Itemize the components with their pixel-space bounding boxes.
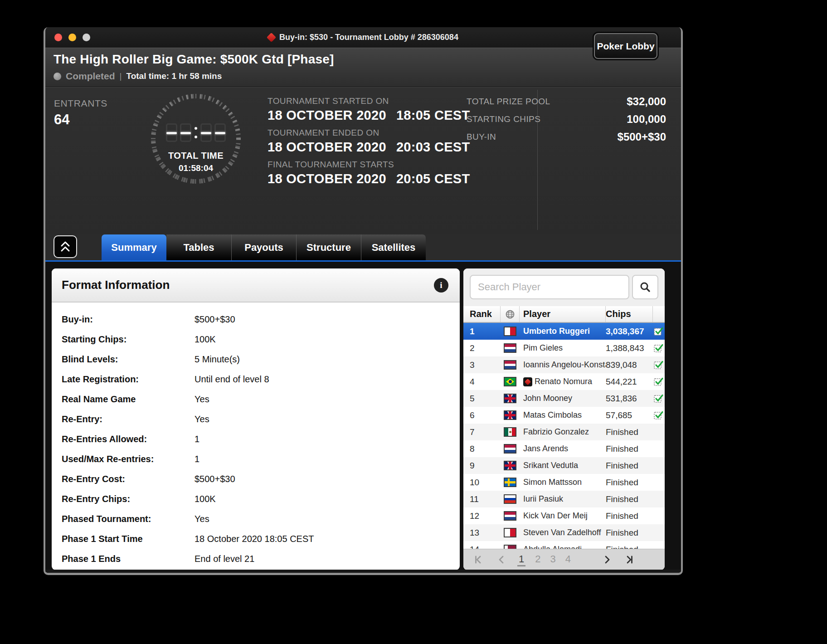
format-info-label: Real Name Game [52,394,195,405]
player-chips: Finished [606,491,653,507]
registered-check-icon [653,407,665,424]
next-page-button[interactable] [601,552,613,567]
stat-value: $500+$30 [618,131,666,143]
poker-lobby-button[interactable]: Poker Lobby [594,33,657,59]
window-controls [54,34,90,41]
window-title: Buy-in: $530 - Tournament Lobby # 286306… [268,33,458,42]
double-chevron-up-icon [59,240,71,253]
format-info-value: Until end of level 8 [195,374,269,385]
tab[interactable]: Tables [166,234,231,260]
player-row[interactable]: 4 Renato Nomura 544,221 [463,373,665,390]
player-row[interactable]: 14 Abdulla Alemadi Finished [463,541,665,549]
player-country [501,491,520,507]
player-rank: 8 [463,440,501,457]
player-row[interactable]: 2 Pim Gieles 1,388,843 [463,340,665,356]
player-row[interactable]: 12 Kick Van Der Meij Finished [463,507,665,524]
player-row[interactable]: 6 Matas Cimbolas 57,685 [463,407,665,424]
country-flag-icon [505,344,516,352]
player-rank: 5 [463,390,501,407]
country-column-header[interactable] [501,306,520,322]
registered-check-icon [653,457,665,474]
tab[interactable]: Structure [296,234,361,260]
player-name-cell: Jans Arends [520,440,606,457]
tournament-title: The High Roller Big Game: $500K Gtd [Pha… [54,52,681,67]
registered-check-icon [653,507,665,524]
player-row[interactable]: 7 Fabrizio Gonzalez Finished [463,424,665,440]
schedule-item: TOURNAMENT ENDED ON 18 OCTOBER 202020:03… [268,128,470,155]
page-number[interactable]: 3 [550,553,556,566]
total-time-text: Total time: 1 hr 58 mins [126,71,222,81]
format-info-row: Blind Levels: 5 Minute(s) [52,349,460,369]
page-numbers: 1 2 3 4 [508,553,571,566]
player-row[interactable]: 3 Ioannis Angelou-Konstas 839,048 [463,356,665,373]
player-row[interactable]: 13 Steven Van Zadelhoff Finished [463,524,665,541]
player-name-cell: Umberto Ruggeri [520,323,606,340]
format-info-row: Re-Entry Cost: $500+$30 [52,469,460,489]
minimize-window-button[interactable] [68,34,76,41]
player-row[interactable]: 1 Umberto Ruggeri 3,038,367 [463,323,665,340]
player-row[interactable]: 5 John Mooney 531,836 [463,390,665,407]
schedule-datetime: 18 OCTOBER 202020:05 CEST [268,171,470,186]
player-country [501,373,520,390]
entrants-block: ENTRANTS 64 [54,98,107,128]
player-row[interactable]: 11 Iurii Pasiuk Finished [463,491,665,507]
player-name: Simon Mattsson [523,478,582,487]
info-icon[interactable]: i [434,278,448,293]
first-page-button[interactable] [472,552,485,567]
player-column-header[interactable]: Player [520,306,606,322]
registered-check-icon [653,390,665,407]
player-country [501,424,520,440]
registered-check-icon [653,524,665,541]
page-number[interactable]: 1 [517,553,525,566]
player-name: John Mooney [523,394,572,403]
digital-clock-display [166,123,226,142]
player-chips: 839,048 [606,356,653,373]
globe-icon [505,309,515,319]
player-chips: Finished [606,457,653,474]
format-information-rows: Buy-in: $500+$30 Starting Chips: 100K Bl… [52,302,460,569]
page-number[interactable]: 4 [565,553,571,566]
player-country [501,390,520,407]
search-player-input[interactable] [470,275,629,299]
format-information-header: Format Information i [52,268,460,302]
zoom-window-button[interactable] [83,34,90,41]
tab[interactable]: Payouts [231,234,296,260]
player-country [501,474,520,491]
player-rank: 7 [463,424,501,440]
format-info-row: Final Tournament ID 285292245 [52,569,460,569]
tab[interactable]: Satellites [361,234,426,260]
page-number[interactable]: 2 [535,553,540,566]
stat-value: $32,000 [627,95,666,108]
schedule-item: TOURNAMENT STARTED ON 18 OCTOBER 202018:… [268,96,470,123]
player-rank: 13 [463,524,501,541]
players-table-body: 1 Umberto Ruggeri 3,038,367 [463,323,665,549]
tab[interactable]: Summary [102,234,166,260]
player-name-cell: Fabrizio Gonzalez [520,424,606,440]
stat-value: 100,000 [627,113,666,126]
player-row[interactable]: 8 Jans Arends Finished [463,440,665,457]
player-row[interactable]: 10 Simon Mattsson Finished [463,474,665,491]
format-info-value: End of level 21 [195,554,254,564]
entrants-label: ENTRANTS [54,98,107,109]
country-flag-icon [505,327,516,335]
player-row[interactable]: 9 Srikant Vedutla Finished [463,457,665,474]
total-time-label: TOTAL TIME [148,151,244,161]
chips-column-header[interactable]: Chips [606,306,653,322]
last-page-button[interactable] [623,552,635,567]
collapse-panel-button[interactable] [54,235,77,258]
format-info-label: Re-Entry Chips: [52,494,195,504]
player-country [501,440,520,457]
format-info-row: Re-Entry Chips: 100K [52,489,460,509]
previous-page-button[interactable] [495,552,508,567]
format-info-row: Phase 1 Ends End of level 21 [52,549,460,569]
search-button[interactable] [632,275,658,299]
player-country [501,457,520,474]
stat-row: STARTING CHIPS 100,000 [467,113,666,126]
player-chips: 3,038,367 [606,323,653,340]
pagination-bar: 1 2 3 4 [463,549,665,570]
close-window-button[interactable] [54,34,62,41]
player-rank: 2 [463,340,501,356]
format-info-value: 1 [195,434,199,444]
country-flag-icon [505,378,516,385]
rank-column-header[interactable]: Rank [463,306,501,322]
